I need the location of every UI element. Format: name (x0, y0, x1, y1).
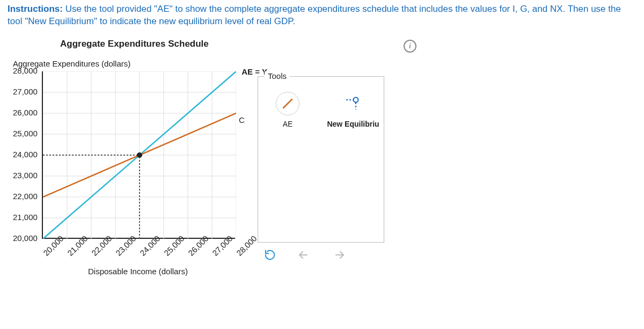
instructions-lead: Instructions: (8, 4, 63, 14)
chart-plot[interactable]: AE = Y C (42, 71, 235, 239)
chart-lines (43, 71, 236, 239)
y-axis-label: Aggregate Expenditures (dollars) (13, 59, 236, 68)
c-series-label: C (239, 115, 245, 125)
reset-button[interactable] (264, 248, 276, 261)
tools-legend: Tools (265, 71, 290, 81)
svg-line-39 (283, 99, 292, 108)
x-axis-ticks: 20,000 21,000 22,000 23,000 24,000 25,00… (43, 239, 236, 265)
tool-ae-label: AE (283, 120, 293, 128)
info-icon: i (409, 42, 411, 50)
chart-area: Aggregate Expenditures Schedule Aggregat… (8, 39, 236, 276)
svg-point-38 (137, 152, 142, 158)
info-button[interactable]: i (404, 40, 416, 53)
svg-point-41 (354, 97, 358, 102)
undo-button[interactable] (298, 248, 311, 261)
point-tool-icon (341, 92, 365, 115)
tools-panel: Tools AE New Equil (258, 76, 384, 243)
x-axis-label: Disposable Income (dollars) (88, 267, 236, 276)
instructions-body: Use the tool provided "AE" to show the c… (8, 4, 621, 26)
y-axis-ticks: 28,000 27,000 26,000 25,000 24,000 23,00… (13, 71, 38, 239)
redo-button[interactable] (332, 248, 345, 261)
tool-ae[interactable]: AE (265, 92, 311, 128)
instructions-text: Instructions: Use the tool provided "AE"… (8, 3, 636, 28)
tool-new-equilibrium[interactable]: New Equilibriu (329, 92, 377, 128)
line-tool-icon (276, 92, 299, 115)
ae-equals-y-label: AE = Y (241, 67, 267, 76)
x-tick: 28,000 (235, 233, 258, 257)
chart-title: Aggregate Expenditures Schedule (60, 39, 236, 49)
tool-new-eq-label: New Equilibriu (327, 120, 379, 128)
